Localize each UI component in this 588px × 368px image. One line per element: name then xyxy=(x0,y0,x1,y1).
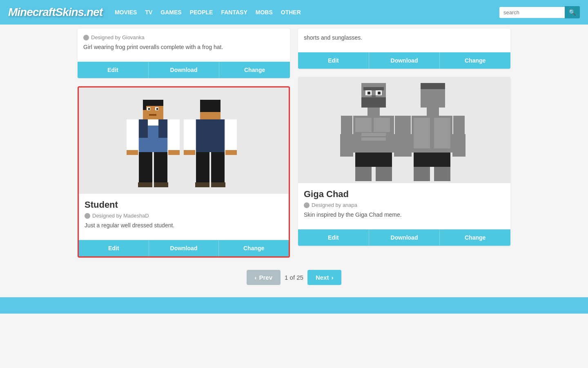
svg-rect-7 xyxy=(149,114,156,116)
gigachad-user-icon xyxy=(304,202,310,208)
top-right-actions: Edit Download Change xyxy=(298,52,510,69)
svg-rect-10 xyxy=(148,119,158,126)
svg-rect-12 xyxy=(158,119,167,138)
top-right-change-button[interactable]: Change xyxy=(439,52,510,69)
student-card: Student Designed by MadeshaD Just a regu… xyxy=(78,86,290,258)
svg-rect-37 xyxy=(368,92,370,94)
student-description: Just a regular well dressed student. xyxy=(85,222,283,229)
top-right-edit-button[interactable]: Edit xyxy=(298,52,369,69)
gigachad-download-button[interactable]: Download xyxy=(369,229,440,246)
top-right-download-button[interactable]: Download xyxy=(369,52,440,69)
svg-rect-65 xyxy=(452,134,466,150)
next-button[interactable]: Next › xyxy=(307,270,342,285)
frog-actions: Edit Download Change xyxy=(78,62,290,78)
svg-rect-69 xyxy=(434,167,450,181)
svg-rect-53 xyxy=(355,167,372,181)
svg-rect-38 xyxy=(378,92,381,94)
student-actions: Edit Download Change xyxy=(79,240,289,256)
svg-rect-20 xyxy=(154,182,168,187)
svg-rect-13 xyxy=(127,119,138,150)
nav-people[interactable]: PEOPLE xyxy=(190,9,213,16)
gigachad-info: Giga Chad Designed by anapa Skin inspire… xyxy=(298,183,510,229)
svg-rect-22 xyxy=(200,100,220,112)
student-designer: Designed by MadeshaD xyxy=(85,213,283,219)
svg-rect-39 xyxy=(372,95,376,98)
prev-label: Prev xyxy=(259,274,273,281)
search-container: 🔍 xyxy=(499,6,580,18)
svg-rect-44 xyxy=(361,133,386,136)
svg-rect-57 xyxy=(427,108,439,116)
site-logo[interactable]: MinecraftSkins.net xyxy=(8,6,102,19)
svg-rect-18 xyxy=(154,152,167,185)
svg-rect-68 xyxy=(414,167,430,181)
student-user-icon xyxy=(85,213,90,219)
nav-mobs[interactable]: MOBS xyxy=(256,9,273,16)
next-arrow-icon: › xyxy=(331,274,333,281)
svg-rect-23 xyxy=(196,119,225,152)
gigachad-designer: Designed by anapa xyxy=(304,202,505,208)
svg-rect-54 xyxy=(376,167,392,181)
prev-button[interactable]: ‹ Prev xyxy=(247,270,281,285)
svg-rect-19 xyxy=(138,182,152,187)
header: MinecraftSkins.net MOVIES TV GAMES PEOPL… xyxy=(0,0,588,25)
frog-description: Girl wearing frog print overalls complet… xyxy=(83,44,284,50)
svg-rect-27 xyxy=(225,150,237,155)
user-icon xyxy=(83,35,89,40)
frog-download-button[interactable]: Download xyxy=(148,62,219,78)
student-skin-svg xyxy=(118,92,249,190)
svg-rect-29 xyxy=(211,152,225,185)
gigachad-edit-button[interactable]: Edit xyxy=(298,229,369,246)
pagination: ‹ Prev 1 of 25 Next › xyxy=(78,258,510,293)
search-input[interactable] xyxy=(499,7,565,18)
student-edit-button[interactable]: Edit xyxy=(79,240,149,256)
svg-rect-49 xyxy=(340,134,353,150)
svg-rect-33 xyxy=(361,97,386,108)
nav-fantasy[interactable]: FANTASY xyxy=(221,9,247,16)
svg-rect-43 xyxy=(374,118,390,132)
student-info: Student Designed by MadeshaD Just a regu… xyxy=(79,194,289,240)
student-change-button[interactable]: Change xyxy=(218,240,289,256)
nav-tv[interactable]: TV xyxy=(145,9,152,16)
svg-rect-28 xyxy=(196,152,209,185)
svg-rect-56 xyxy=(421,83,445,89)
svg-rect-59 xyxy=(414,118,430,148)
nav-movies[interactable]: MOVIES xyxy=(115,9,137,16)
svg-rect-64 xyxy=(399,134,412,150)
svg-rect-15 xyxy=(127,150,138,155)
gigachad-description: Skin inspired by the Giga Chad meme. xyxy=(304,211,505,218)
svg-rect-1 xyxy=(143,100,163,106)
nav-games[interactable]: GAMES xyxy=(160,9,181,16)
top-right-description: shorts and sunglasses. xyxy=(304,34,505,41)
svg-rect-66 xyxy=(399,150,412,157)
svg-rect-45 xyxy=(361,137,386,141)
svg-rect-2 xyxy=(143,106,146,110)
svg-rect-5 xyxy=(148,108,150,110)
student-download-button[interactable]: Download xyxy=(149,240,219,256)
svg-rect-60 xyxy=(434,118,450,148)
frog-card: Designed by Giovanka Girl wearing frog p… xyxy=(78,29,290,78)
search-button[interactable]: 🔍 xyxy=(565,6,580,18)
gigachad-change-button[interactable]: Change xyxy=(439,229,510,246)
svg-rect-46 xyxy=(355,153,392,167)
top-right-card: shorts and sunglasses. Edit Download Cha… xyxy=(298,29,510,69)
svg-rect-31 xyxy=(211,182,225,187)
next-label: Next xyxy=(316,274,329,281)
nav-other[interactable]: OTHER xyxy=(281,9,301,16)
svg-rect-61 xyxy=(414,153,450,167)
svg-rect-16 xyxy=(168,150,180,155)
gigachad-skin-svg xyxy=(339,77,470,183)
svg-rect-14 xyxy=(168,119,180,150)
svg-rect-26 xyxy=(184,150,195,155)
page-info: 1 of 25 xyxy=(285,274,303,281)
gigachad-actions: Edit Download Change xyxy=(298,229,510,246)
svg-rect-40 xyxy=(368,108,380,116)
footer-bar xyxy=(0,297,588,314)
frog-designer: Designed by Giovanka xyxy=(83,34,284,40)
student-preview xyxy=(79,88,289,194)
gigachad-title: Giga Chad xyxy=(304,189,505,200)
frog-edit-button[interactable]: Edit xyxy=(78,62,148,78)
main-nav: MOVIES TV GAMES PEOPLE FANTASY MOBS OTHE… xyxy=(115,9,487,16)
svg-rect-34 xyxy=(363,87,384,90)
svg-rect-17 xyxy=(139,152,152,185)
frog-change-button[interactable]: Change xyxy=(219,62,290,78)
